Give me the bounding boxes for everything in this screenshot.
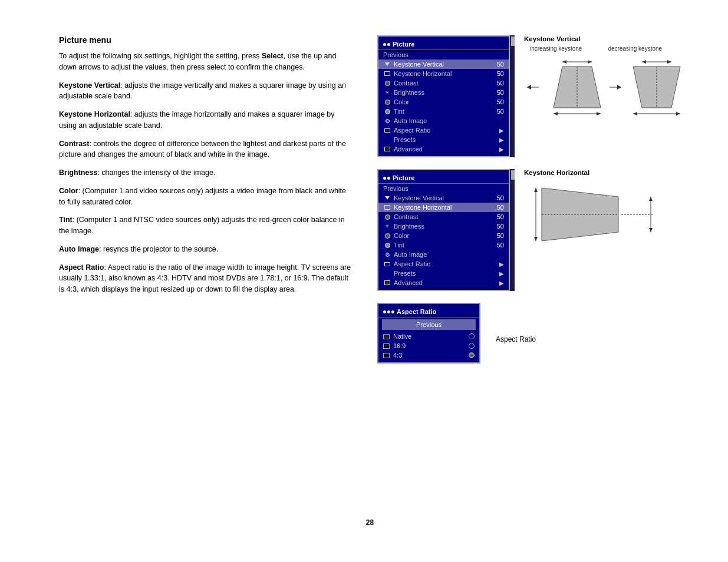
presets-arrow: ▶	[499, 137, 504, 143]
h-aspect-label: Aspect Ratio	[394, 260, 499, 267]
native-label: Native	[393, 333, 411, 340]
scrollbar-thumb-2	[511, 170, 515, 180]
osd-row-contrast: Contrast 50	[378, 78, 509, 88]
radio-43[interactable]	[469, 352, 475, 358]
para-keystone-horizontal: Keystone Horizontal: adjusts the image h…	[59, 109, 354, 131]
h-dot-1	[383, 177, 386, 180]
icon-color	[383, 98, 391, 106]
kv-svg	[524, 55, 719, 120]
icon-h-contrast	[383, 213, 391, 221]
h-tint-label: Tint	[394, 242, 497, 249]
svg-marker-27	[649, 197, 653, 201]
osd-row-aspect: Aspect Ratio ▶	[378, 125, 509, 135]
icon-tint	[383, 107, 391, 115]
kv-sublabels: increasing keystone decreasing keystone	[530, 45, 719, 52]
rect-icon-h	[384, 205, 390, 210]
a-dot-1	[383, 310, 386, 313]
kh-diagram-title: Keystone Horizontal	[524, 169, 671, 176]
osd-row-advanced: Advanced ▶	[378, 144, 509, 154]
kv-value: 50	[497, 61, 504, 68]
h-presets-label: Presets	[394, 270, 499, 277]
h-aspect-arrow: ▶	[499, 261, 504, 267]
icon-brightness: ✳	[383, 88, 391, 97]
osd-row-kv-highlighted: Keystone Vertical 50	[378, 59, 509, 69]
osd-row-color: Color 50	[378, 97, 509, 107]
osd-h-dots	[383, 177, 390, 180]
svg-marker-13	[676, 112, 680, 115]
advanced-arrow: ▶	[499, 146, 504, 153]
svg-marker-9	[554, 112, 558, 115]
gear-icon: ⚙	[385, 118, 390, 124]
contrast-label: Contrast	[394, 80, 497, 87]
svg-marker-28	[649, 228, 653, 232]
radio-169[interactable]	[469, 343, 475, 349]
h-presets-arrow: ▶	[499, 270, 504, 277]
osd-scrollbar-1	[510, 35, 515, 157]
osd-h-previous: Previous	[378, 184, 509, 193]
icon-aspect	[383, 126, 391, 134]
a-dot-2	[387, 310, 390, 313]
scrollbar-thumb-1	[511, 37, 515, 46]
svg-marker-18	[642, 60, 646, 64]
icon-presets	[383, 135, 391, 144]
gear-icon-h: ⚙	[385, 252, 390, 258]
osd-h-row-kh-highlighted: Keystone Horizontal 50	[378, 203, 509, 212]
tint-label: Tint	[394, 108, 497, 115]
icon-h-aspect	[383, 260, 391, 268]
kv-increasing-label: increasing keystone	[530, 45, 582, 52]
section-title: Picture menu	[59, 35, 354, 45]
label-43: 4:3	[393, 352, 402, 359]
osd-row-auto: ⚙ Auto Image	[378, 116, 509, 125]
h-kv-value: 50	[497, 194, 504, 201]
aspect-row-43: 4:3	[378, 351, 479, 360]
h-brightness-value: 50	[497, 223, 504, 230]
aspect-row-169: 16:9	[378, 341, 479, 351]
a-dot-3	[391, 310, 394, 313]
osd-h-row-tint: Tint 50	[378, 240, 509, 250]
aspect-ratio-label-area: Aspect Ratio	[490, 303, 536, 343]
para-brightness: Brightness: changes the intensity of the…	[59, 167, 354, 178]
osd-a-dots	[383, 310, 394, 313]
osd-h-row-contrast: Contrast 50	[378, 212, 509, 222]
osd-horizontal-wrapper: Picture Previous Keystone Vertical 50	[377, 169, 515, 291]
para-tint: Tint: (Computer 1 and NTSC video sources…	[59, 214, 354, 237]
aspect-ratio-diagram-title: Aspect Ratio	[496, 335, 536, 343]
icon-kv	[383, 60, 391, 68]
h-brightness-label: Brightness	[394, 223, 497, 230]
circle-icon-color	[385, 100, 390, 105]
h-color-value: 50	[497, 232, 504, 239]
kh-svg	[524, 179, 671, 250]
aspect-previous-btn[interactable]: Previous	[382, 319, 476, 330]
h-contrast-value: 50	[497, 213, 504, 220]
radio-native[interactable]	[469, 333, 475, 339]
osd-horizontal-menu: Picture Previous Keystone Vertical 50	[377, 169, 510, 291]
brightness-label: Brightness	[394, 89, 497, 96]
osd-horizontal-section: Picture Previous Keystone Vertical 50	[377, 169, 719, 291]
h-kh-label: Keystone Horizontal	[394, 204, 497, 211]
icon-h-tint	[383, 241, 391, 249]
osd-aspect-menu: Aspect Ratio Previous Native 16:9	[377, 303, 480, 363]
osd-h-row-auto: ⚙ Auto Image	[378, 250, 509, 259]
svg-marker-12	[633, 112, 637, 115]
right-column: Picture Previous Keystone Vertical 50	[377, 35, 719, 501]
checkbox-icon	[384, 147, 390, 151]
icon-kh	[383, 70, 391, 78]
sun-icon-h: ✳	[385, 223, 390, 229]
dot-1	[383, 43, 386, 46]
osd-aspect-title-bar: Aspect Ratio	[378, 306, 479, 318]
svg-marker-24	[534, 237, 538, 241]
kv-diagram-title: Keystone Vertical	[524, 35, 719, 42]
osd-vertical-section: Picture Previous Keystone Vertical 50	[377, 35, 719, 157]
para-auto-image: Auto Image: resyncs the projector to the…	[59, 244, 354, 255]
auto-label: Auto Image	[394, 117, 504, 124]
svg-marker-23	[534, 188, 538, 192]
circle-icon-tint	[385, 109, 390, 114]
color-label: Color	[394, 98, 497, 105]
osd-scrollbar-2	[510, 169, 515, 291]
h-color-label: Color	[394, 232, 497, 239]
h-advanced-label: Advanced	[394, 279, 499, 286]
rect-icon	[384, 71, 390, 76]
h-kv-label: Keystone Vertical	[394, 194, 497, 201]
h-advanced-arrow: ▶	[499, 280, 504, 286]
h-auto-label: Auto Image	[394, 251, 504, 258]
